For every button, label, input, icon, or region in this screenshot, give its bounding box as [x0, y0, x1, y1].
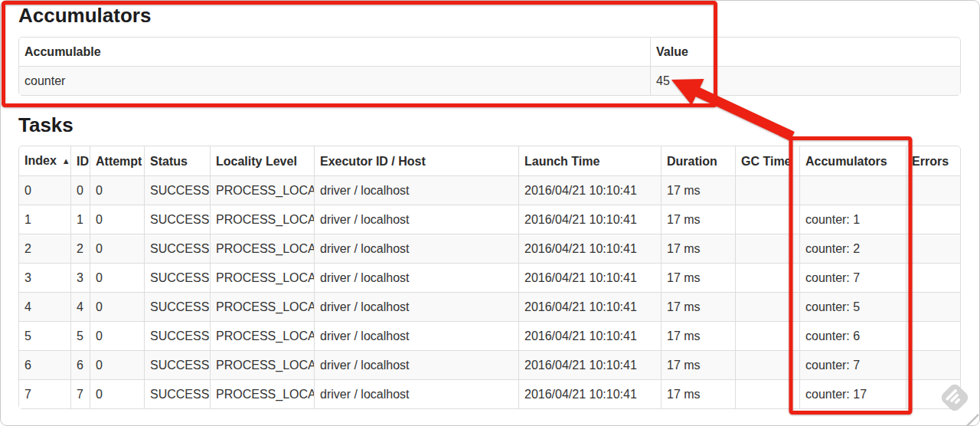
- table-cell: 17 ms: [661, 379, 735, 408]
- table-cell: 2016/04/21 10:10:41: [518, 292, 661, 321]
- table-cell: 2016/04/21 10:10:41: [518, 263, 661, 292]
- pen-cursor: [967, 415, 978, 426]
- table-cell: [906, 292, 960, 321]
- table-cell: PROCESS_LOCAL: [210, 205, 314, 234]
- table-cell: [735, 205, 799, 234]
- table-cell: 7: [19, 379, 70, 408]
- table-row: 770SUCCESSPROCESS_LOCALdriver / localhos…: [19, 379, 960, 408]
- table-cell: SUCCESS: [144, 234, 210, 263]
- table-cell: 0: [90, 350, 144, 379]
- table-cell: 2016/04/21 10:10:41: [518, 175, 661, 205]
- tasks-table: Index▲ ID Attempt Status Locality Level …: [18, 146, 961, 409]
- table-cell: driver / localhost: [314, 175, 518, 205]
- table-cell: [906, 350, 960, 379]
- table-cell: 0: [70, 175, 90, 205]
- table-cell: 0: [90, 263, 144, 292]
- table-cell: 3: [19, 263, 70, 292]
- table-cell: 17 ms: [661, 205, 735, 234]
- table-cell: PROCESS_LOCAL: [210, 234, 314, 263]
- table-cell: 1: [19, 205, 70, 234]
- table-cell: 17 ms: [661, 321, 735, 350]
- table-cell: 17 ms: [661, 234, 735, 263]
- tasks-header-row: Index▲ ID Attempt Status Locality Level …: [19, 146, 960, 175]
- table-cell: 17 ms: [661, 175, 735, 205]
- table-cell: [906, 234, 960, 263]
- table-cell: [906, 379, 960, 408]
- table-cell: 3: [70, 263, 90, 292]
- table-row: 330SUCCESSPROCESS_LOCALdriver / localhos…: [19, 263, 960, 292]
- table-cell: 17 ms: [661, 350, 735, 379]
- table-cell: driver / localhost: [314, 292, 518, 321]
- accumulable-column-header: Accumulable: [19, 38, 650, 66]
- table-cell: SUCCESS: [144, 379, 210, 408]
- accumulators-table: Accumulable Value counter45: [18, 37, 961, 96]
- table-cell: counter: 6: [799, 321, 906, 350]
- table-cell: [735, 263, 799, 292]
- gc-time-column-header[interactable]: GC Time: [735, 146, 799, 175]
- index-header-label: Index: [24, 154, 57, 167]
- table-cell: SUCCESS: [144, 175, 210, 205]
- table-cell: 7: [70, 379, 90, 408]
- table-row: counter45: [19, 66, 960, 95]
- table-cell: 6: [70, 350, 90, 379]
- table-cell: SUCCESS: [144, 263, 210, 292]
- table-cell: counter: [19, 66, 650, 95]
- table-cell: 4: [19, 292, 70, 321]
- table-cell: 0: [19, 175, 70, 205]
- table-cell: [735, 321, 799, 350]
- table-cell: 0: [90, 205, 144, 234]
- table-cell: 5: [70, 321, 90, 350]
- table-row: 220SUCCESSPROCESS_LOCALdriver / localhos…: [19, 234, 960, 263]
- table-cell: PROCESS_LOCAL: [210, 321, 314, 350]
- table-cell: driver / localhost: [314, 350, 518, 379]
- locality-level-column-header[interactable]: Locality Level: [210, 146, 314, 175]
- table-cell: SUCCESS: [144, 205, 210, 234]
- table-cell: counter: 7: [799, 350, 906, 379]
- accumulators-column-header[interactable]: Accumulators: [799, 146, 906, 175]
- table-cell: driver / localhost: [314, 263, 518, 292]
- table-cell: [735, 350, 799, 379]
- attempt-column-header[interactable]: Attempt: [90, 146, 144, 175]
- table-cell: driver / localhost: [314, 321, 518, 350]
- table-cell: 17 ms: [661, 292, 735, 321]
- table-cell: [735, 292, 799, 321]
- table-cell: PROCESS_LOCAL: [210, 175, 314, 205]
- table-row: 550SUCCESSPROCESS_LOCALdriver / localhos…: [19, 321, 960, 350]
- accumulators-section-title: Accumulators: [18, 4, 151, 27]
- index-column-header[interactable]: Index▲: [19, 146, 70, 175]
- table-cell: 4: [70, 292, 90, 321]
- table-cell: PROCESS_LOCAL: [210, 379, 314, 408]
- executor-id-host-column-header[interactable]: Executor ID / Host: [314, 146, 518, 175]
- table-cell: SUCCESS: [144, 292, 210, 321]
- table-cell: [799, 175, 906, 205]
- table-cell: [735, 379, 799, 408]
- table-row: 440SUCCESSPROCESS_LOCALdriver / localhos…: [19, 292, 960, 321]
- table-cell: 0: [90, 175, 144, 205]
- table-cell: 2016/04/21 10:10:41: [518, 234, 661, 263]
- table-row: 000SUCCESSPROCESS_LOCALdriver / localhos…: [19, 175, 960, 205]
- table-cell: [735, 234, 799, 263]
- table-cell: counter: 1: [799, 205, 906, 234]
- table-cell: 2016/04/21 10:10:41: [518, 350, 661, 379]
- table-cell: [906, 205, 960, 234]
- launch-time-column-header[interactable]: Launch Time: [518, 146, 661, 175]
- tasks-section-title: Tasks: [18, 113, 74, 136]
- table-cell: counter: 5: [799, 292, 906, 321]
- table-cell: PROCESS_LOCAL: [210, 292, 314, 321]
- id-column-header[interactable]: ID: [70, 146, 90, 175]
- sort-ascending-icon: ▲: [62, 156, 70, 165]
- errors-column-header[interactable]: Errors: [906, 146, 960, 175]
- table-cell: 45: [650, 66, 960, 95]
- table-cell: 5: [19, 321, 70, 350]
- table-cell: counter: 2: [799, 234, 906, 263]
- table-cell: [906, 321, 960, 350]
- table-cell: 2: [19, 234, 70, 263]
- table-cell: 2016/04/21 10:10:41: [518, 379, 661, 408]
- table-cell: SUCCESS: [144, 350, 210, 379]
- table-cell: 2016/04/21 10:10:41: [518, 321, 661, 350]
- table-cell: driver / localhost: [314, 379, 518, 408]
- table-cell: [735, 175, 799, 205]
- duration-column-header[interactable]: Duration: [661, 146, 735, 175]
- status-column-header[interactable]: Status: [144, 146, 210, 175]
- table-cell: [906, 263, 960, 292]
